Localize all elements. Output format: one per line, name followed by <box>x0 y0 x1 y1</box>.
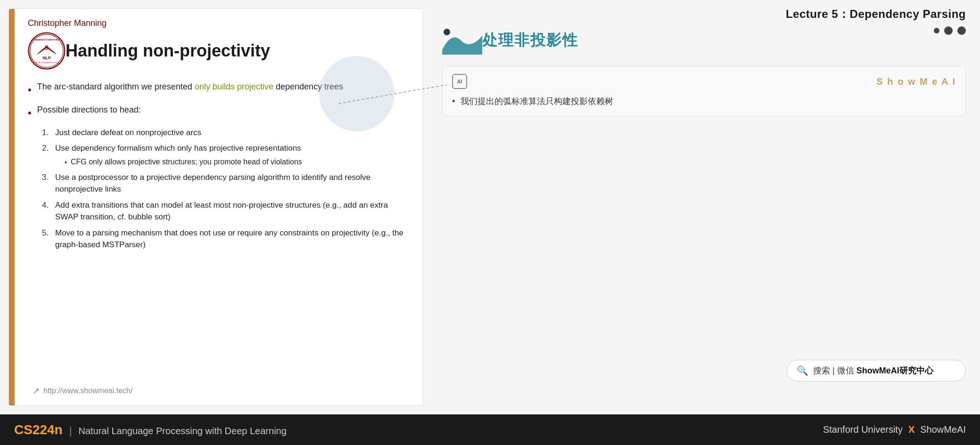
showmeai-label: S h o w M e A I <box>876 76 956 87</box>
nav-dot-1[interactable] <box>934 28 939 33</box>
svg-text:NLP: NLP <box>42 56 51 60</box>
highlight-text: only builds projective <box>195 82 273 91</box>
numbered-item-4: 4. Add extra transitions that can model … <box>42 199 409 223</box>
translation-wrapper: AI S h o w M e A I • 我们提出的弧标准算法只构建投影依赖树 <box>442 66 966 126</box>
search-bold: ShowMeAI研究中心 <box>856 366 933 375</box>
lecture-title-text: Lecture 5：Dependency Parsing <box>786 8 966 20</box>
bottom-right: Stanford University X ShowMeAI <box>823 424 966 435</box>
slide-content: Christopher Manning Stanford University … <box>18 9 423 405</box>
numbered-list: 1. Just declare defeat on nonprojective … <box>42 127 409 251</box>
svg-point-10 <box>444 29 450 35</box>
sub-bullet-item: • CFG only allows projective structures;… <box>65 156 302 168</box>
search-icon: 🔍 <box>797 365 808 376</box>
course-code: CS224n <box>14 422 63 437</box>
translation-bullet: • 我们提出的弧标准算法只构建投影依赖树 <box>452 95 956 108</box>
item-3-text: Use a postprocessor to a projective depe… <box>55 171 409 195</box>
bullet-dot-1: • <box>28 81 32 98</box>
search-prefix: 搜索 | 微信 <box>813 366 856 375</box>
numbered-item-3: 3. Use a postprocessor to a projective d… <box>42 171 409 195</box>
x-symbol: X <box>908 424 914 435</box>
num-2: 2. <box>42 142 55 168</box>
lecture-title: Lecture 5：Dependency Parsing <box>442 0 966 26</box>
chinese-header: 处理非投影性 <box>442 26 966 58</box>
item-4-text: Add extra transitions that can model at … <box>55 199 409 223</box>
nav-dot-3[interactable] <box>957 26 966 35</box>
num-5: 5. <box>42 227 55 251</box>
numbered-item-2: 2. Use dependency formalism which only h… <box>42 142 409 168</box>
search-box[interactable]: 🔍 搜索 | 微信 ShowMeAI研究中心 <box>787 360 966 381</box>
num-3: 3. <box>42 171 55 195</box>
ai-icon-text: AI <box>457 79 462 84</box>
chinese-header-graphic <box>442 26 482 55</box>
item-1-text: Just declare defeat on nonprojective arc… <box>55 127 201 139</box>
bottom-left: CS224n | Natural Language Processing wit… <box>14 422 287 437</box>
course-name: Natural Language Processing with Deep Le… <box>78 426 286 437</box>
bottom-bar: CS224n | Natural Language Processing wit… <box>0 414 980 445</box>
translation-box: AI S h o w M e A I • 我们提出的弧标准算法只构建投影依赖树 <box>442 66 966 116</box>
nav-dots <box>934 26 966 35</box>
translation-header: AI S h o w M e A I <box>452 74 956 89</box>
svg-text:Stanford University: Stanford University <box>34 38 60 41</box>
sub-bullet-dot: • <box>65 158 67 168</box>
slide-author: Christopher Manning <box>28 18 409 28</box>
right-panel: Lecture 5：Dependency Parsing 处理非投影性 <box>423 0 980 414</box>
stanford-text: Stanford University <box>823 424 903 435</box>
course-separator: | <box>69 425 72 437</box>
item-5-text: Move to a parsing mechanism that does no… <box>55 227 409 251</box>
bullet-text-2: Possible directions to head: <box>37 103 141 117</box>
chinese-title: 处理非投影性 <box>482 30 578 51</box>
translation-content: • 我们提出的弧标准算法只构建投影依赖树 <box>452 95 956 108</box>
ai-icon: AI <box>452 74 467 89</box>
translation-text: 我们提出的弧标准算法只构建投影依赖树 <box>461 95 613 108</box>
item-2-container: Use dependency formalism which only has … <box>55 142 302 168</box>
slide-title: Handling non-projectivity <box>66 40 270 61</box>
translation-bullet-dot: • <box>452 95 455 108</box>
slide-panel: Christopher Manning Stanford University … <box>8 8 423 406</box>
sub-bullet-text: CFG only allows projective structures; y… <box>71 156 302 168</box>
bullet-text-1: The arc-standard algorithm we presented … <box>37 80 343 94</box>
numbered-item-5: 5. Move to a parsing mechanism that does… <box>42 227 409 251</box>
svg-text:Natural Language Processing: Natural Language Processing <box>34 61 59 64</box>
item-2-text: Use dependency formalism which only has … <box>55 144 301 153</box>
stanford-logo: Stanford University S NLP Natural Langua… <box>28 32 66 70</box>
search-text: 搜索 | 微信 ShowMeAI研究中心 <box>813 365 933 376</box>
slide-url: ↗ http://www.showmeai.tech/ <box>33 386 132 396</box>
num-4: 4. <box>42 199 55 223</box>
nav-dot-2[interactable] <box>944 26 953 35</box>
showmeai-bottom: ShowMeAI <box>920 424 966 435</box>
bullet-dot-2: • <box>28 104 32 121</box>
cursor-icon: ↗ <box>33 386 40 396</box>
decorative-circle <box>319 56 395 131</box>
slide-border <box>9 9 15 405</box>
url-text: http://www.showmeai.tech/ <box>43 387 132 395</box>
num-1: 1. <box>42 127 55 139</box>
